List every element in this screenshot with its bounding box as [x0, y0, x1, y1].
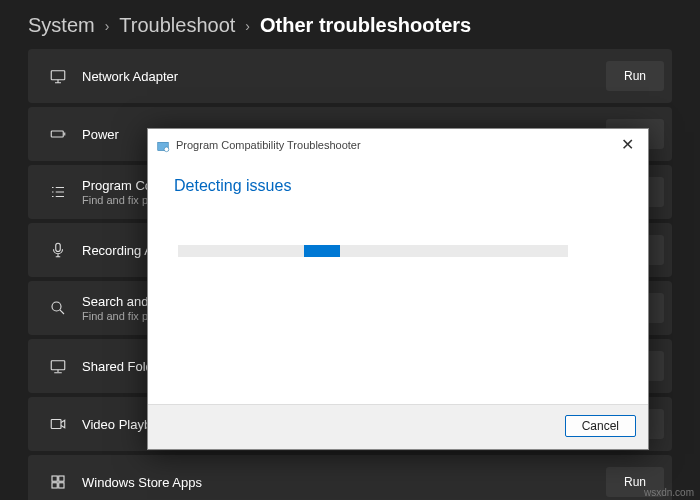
svg-point-11: [164, 147, 169, 152]
dialog-title: Program Compatibility Troubleshooter: [176, 139, 361, 151]
dialog-body: Detecting issues: [148, 159, 648, 404]
cancel-button[interactable]: Cancel: [565, 415, 636, 437]
troubleshooter-dialog: Program Compatibility Troubleshooter ✕ D…: [147, 128, 649, 450]
close-button[interactable]: ✕: [615, 135, 640, 155]
progress-chunk: [304, 245, 340, 257]
dialog-overlay: Program Compatibility Troubleshooter ✕ D…: [0, 0, 700, 500]
dialog-heading: Detecting issues: [174, 177, 622, 195]
dialog-footer: Cancel: [148, 404, 648, 449]
dialog-titlebar: Program Compatibility Troubleshooter ✕: [148, 129, 648, 159]
watermark: wsxdn.com: [644, 487, 694, 498]
progress-bar: [178, 245, 568, 257]
troubleshooter-icon: [156, 138, 170, 152]
